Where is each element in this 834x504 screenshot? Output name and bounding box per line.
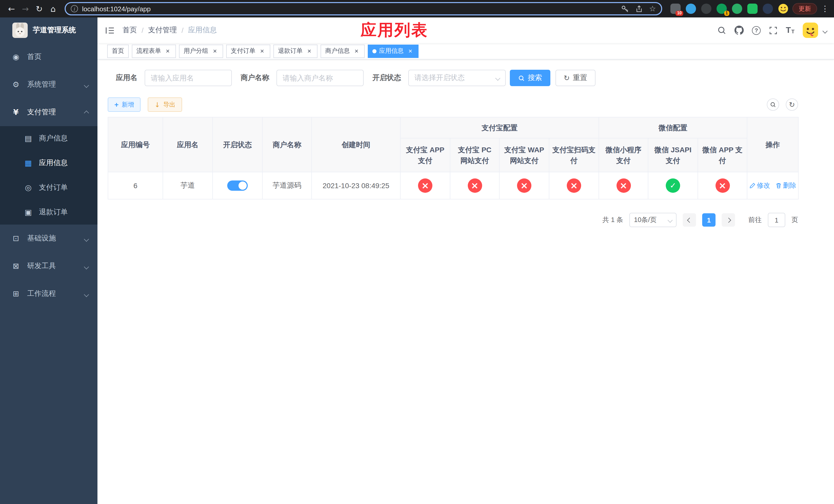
breadcrumb-home[interactable]: 首页 (123, 26, 137, 35)
extension-icon[interactable] (701, 4, 711, 14)
sidebar-logo-row[interactable]: 芋道管理系统 (0, 18, 97, 43)
sidebar-subitem-app-info[interactable]: ▦ 应用信息 (0, 151, 97, 175)
sidebar-item-system-management[interactable]: ⚙ 系统管理 (0, 71, 97, 98)
browser-menu-icon[interactable]: ⋮ (821, 4, 829, 13)
sidebar-item-home[interactable]: ◉ 首页 (0, 43, 97, 71)
workflow-icon: ⊞ (11, 289, 21, 298)
search-button[interactable]: 搜索 (510, 70, 550, 86)
url-text[interactable]: localhost:1024/pay/app (82, 5, 151, 13)
tab-home[interactable]: 首页 (107, 44, 129, 58)
reset-button[interactable]: 重置 (555, 70, 595, 86)
sidebar-item-label: 研发工具 (27, 261, 56, 271)
refund-doc-icon: ▣ (24, 208, 33, 217)
breadcrumb: 首页 / 支付管理 / 应用信息 (123, 26, 217, 35)
export-button[interactable]: 导出 (148, 97, 182, 112)
tab-close-icon[interactable] (353, 47, 360, 54)
status-toggle[interactable] (227, 181, 248, 191)
pagination: 共 1 条 10条/页 1 前往 页 (108, 213, 798, 227)
forward-icon[interactable]: → (19, 2, 32, 15)
sidebar-subitem-label: 商户信息 (39, 134, 68, 143)
goto-unit: 页 (791, 215, 798, 225)
user-avatar[interactable] (803, 23, 818, 38)
extension-badge: 10 (676, 11, 683, 16)
tab-merchant-info[interactable]: 商户信息 (321, 44, 365, 58)
tab-payment-order[interactable]: 支付订单 (226, 44, 270, 58)
sidebar-item-workflow[interactable]: ⊞ 工作流程 (0, 280, 97, 307)
sidebar-collapse-icon[interactable] (97, 26, 123, 34)
wechat-extension-icon[interactable] (732, 4, 742, 14)
prev-page-button[interactable] (683, 213, 696, 227)
avatar-caret-icon[interactable] (823, 26, 827, 35)
sidebar-item-infrastructure[interactable]: ⊡ 基础设施 (0, 225, 97, 252)
edit-link[interactable]: 修改 (749, 181, 770, 190)
toggle-search-button[interactable] (767, 98, 779, 111)
sidebar-item-dev-tools[interactable]: ⊠ 研发工具 (0, 252, 97, 280)
cell-created: 2021-10-23 08:49:25 (312, 172, 400, 199)
col-actions: 操作 (747, 117, 798, 172)
share-icon[interactable] (635, 5, 642, 13)
fullscreen-icon[interactable] (769, 26, 777, 35)
tab-label: 首页 (112, 47, 124, 55)
next-page-button[interactable] (722, 213, 735, 227)
sidebar-item-label: 首页 (27, 52, 42, 62)
add-button[interactable]: 新增 (108, 97, 140, 112)
extension-icon[interactable] (686, 4, 696, 14)
tab-app-info[interactable]: 应用信息 (368, 44, 419, 58)
tab-close-icon[interactable] (164, 47, 171, 54)
tab-close-icon[interactable] (407, 47, 414, 54)
header-search-icon[interactable] (717, 26, 726, 35)
chevron-down-icon (495, 75, 500, 81)
help-icon[interactable] (752, 26, 761, 35)
edit-link-label: 修改 (757, 181, 770, 190)
tab-flow-form[interactable]: 流程表单 (132, 44, 176, 58)
extensions-puzzle-icon[interactable]: 10 (671, 4, 681, 14)
delete-link[interactable]: 删除 (775, 181, 796, 190)
sidebar-subitem-merchant-info[interactable]: ▤ 商户信息 (0, 126, 97, 151)
page-number-1[interactable]: 1 (702, 213, 716, 227)
pagination-total: 共 1 条 (602, 215, 623, 225)
home-icon[interactable]: ⌂ (47, 2, 60, 15)
tab-close-icon[interactable] (306, 47, 313, 54)
sidebar-subitem-refund-order[interactable]: ▣ 退款订单 (0, 200, 97, 225)
refresh-table-button[interactable] (786, 98, 798, 111)
extension-icon[interactable] (747, 4, 758, 14)
page-title: 应用列表 (360, 20, 428, 41)
yen-icon: ¥ (11, 108, 21, 117)
breadcrumb-payment[interactable]: 支付管理 (148, 26, 177, 35)
merchant-name-input[interactable] (277, 70, 364, 86)
app-grid-icon: ▦ (24, 158, 33, 168)
site-info-icon[interactable] (71, 5, 78, 12)
chrome-update-button[interactable]: 更新 (792, 3, 817, 14)
sidebar-item-payment-management[interactable]: ¥ 支付管理 (0, 98, 97, 126)
col-created: 创建时间 (312, 117, 400, 172)
back-icon[interactable]: ← (5, 2, 18, 15)
order-icon: ◎ (24, 183, 33, 192)
font-size-icon[interactable] (786, 26, 794, 35)
address-bar[interactable]: localhost:1024/pay/app ☆ (65, 2, 662, 15)
github-icon[interactable] (734, 26, 744, 35)
delete-link-label: 删除 (783, 181, 796, 190)
tab-label: 支付订单 (231, 47, 256, 55)
app-name-input[interactable] (145, 70, 232, 86)
status-select[interactable]: 请选择开启状态 (408, 70, 506, 86)
reset-button-label: 重置 (573, 73, 587, 83)
export-button-label: 导出 (163, 100, 175, 109)
tab-close-icon[interactable] (259, 47, 266, 54)
password-key-icon[interactable] (621, 5, 629, 13)
profile-avatar-icon[interactable] (778, 4, 788, 14)
extensions-area: 10 1 (671, 4, 788, 14)
sidebar-subitem-payment-order[interactable]: ◎ 支付订单 (0, 175, 97, 200)
extension-icon[interactable] (763, 4, 773, 14)
merchant-card-icon: ▤ (24, 134, 33, 143)
extension-icon[interactable]: 1 (717, 4, 727, 14)
reload-icon[interactable]: ↻ (33, 2, 46, 15)
tab-user-group[interactable]: 用户分组 (179, 44, 223, 58)
breadcrumb-separator: / (141, 26, 144, 35)
tab-refund-order[interactable]: 退款订单 (273, 44, 317, 58)
page-size-select[interactable]: 10条/页 (629, 213, 677, 227)
page-goto-input[interactable] (768, 213, 785, 227)
tab-close-icon[interactable] (211, 47, 219, 54)
status-label: 开启状态 (372, 73, 401, 83)
search-icon (518, 75, 525, 81)
bookmark-star-icon[interactable]: ☆ (649, 5, 656, 13)
